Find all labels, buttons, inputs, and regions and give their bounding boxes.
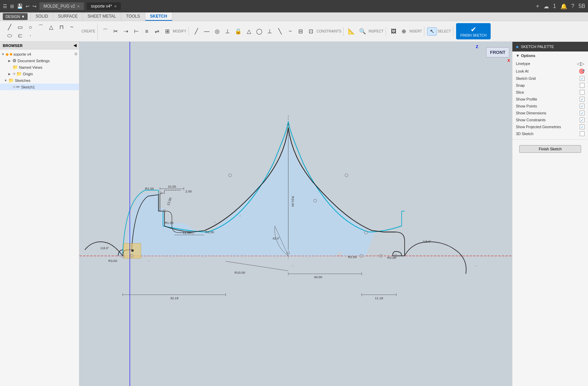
finish-sketch-btn[interactable]: ✔ FINISH SKETCH <box>456 23 491 39</box>
smooth-tool[interactable]: ~ <box>286 28 295 35</box>
poly-tool[interactable]: ⊓ <box>57 23 66 31</box>
snap-checkbox[interactable] <box>580 83 585 88</box>
finish-sketch-palette-btn[interactable]: Finish Sketch <box>519 145 581 153</box>
redo-icon[interactable]: ↪ <box>32 3 37 9</box>
browser-toggle[interactable]: ◀ <box>74 43 76 48</box>
break-tool[interactable]: ⊢ <box>132 28 141 35</box>
notification-btn[interactable]: 🔔 <box>560 3 567 10</box>
cloud-btn[interactable]: ☁ <box>543 3 549 10</box>
options-title[interactable]: ▼ Options <box>516 54 585 58</box>
ellipse-tool[interactable]: ⬭ <box>5 32 15 39</box>
canvas[interactable]: Z FRONT X <box>79 42 512 386</box>
tree-item-soporte[interactable]: ▼ ◆ ■ soporte v4 ⚙ <box>0 51 79 57</box>
lookat-label: Look At <box>516 69 579 73</box>
grid-icon[interactable]: ⊞ <box>10 3 14 9</box>
parallel-tool[interactable]: ◯ <box>254 28 264 35</box>
showconstraints-checkbox[interactable]: ✓ <box>580 117 585 122</box>
cp-arch1 <box>229 174 232 177</box>
midpoint-tool[interactable]: ⊥ <box>223 28 232 35</box>
select-label: SELECT <box>437 29 451 33</box>
inner-detail-1 <box>160 190 181 193</box>
user-btn[interactable]: 5B <box>578 3 585 9</box>
pattern-tool[interactable]: ⊞ <box>163 28 172 35</box>
tab-sheet-metal[interactable]: SHEET METAL <box>83 12 121 21</box>
linetype-icon[interactable]: ◁ <box>577 61 581 66</box>
view-cube[interactable]: FRONT <box>486 47 509 57</box>
line-tool[interactable]: ╱ <box>5 23 15 31</box>
tab-soporte[interactable]: soporte v4* ✕ <box>87 2 121 10</box>
linetype-icon2[interactable]: ▷ <box>581 61 585 66</box>
sketchgrid-row: Sketch Grid ✓ <box>516 75 585 82</box>
constraint-3: — <box>291 264 294 267</box>
rect-tool[interactable]: ▭ <box>15 23 25 31</box>
coincident-tool[interactable]: ╱ <box>192 28 201 35</box>
trim-tool[interactable]: ✂ <box>111 28 121 35</box>
showpoints-checkbox[interactable]: ✓ <box>580 104 585 109</box>
sketch-palette: ● SKETCH PALETTE ▼ Options Linetype ◁ ▷ … <box>512 42 588 386</box>
tab-solid[interactable]: SOLID <box>31 12 53 21</box>
inspect-tool[interactable]: 🔍 <box>357 28 368 35</box>
sketch1-vis-icon[interactable]: 👁 <box>12 85 16 89</box>
3dsketch-checkbox[interactable] <box>580 131 585 136</box>
tab-molde-close[interactable]: ✕ <box>77 4 80 8</box>
tree-item-origin[interactable]: ▶ 👁 📁 Origin <box>0 70 79 77</box>
tree-item-namedviews[interactable]: ▶ 📁 Named Views <box>0 64 79 70</box>
arc-tool[interactable]: ⌒ <box>36 23 46 31</box>
offset-tool[interactable]: ≡ <box>142 28 152 35</box>
save-icon[interactable]: 💾 <box>17 3 23 9</box>
docsettings-icon: ⚙ <box>12 58 17 63</box>
showprojected-checkbox[interactable]: ✓ <box>580 124 585 129</box>
spline-tool[interactable]: ~ <box>67 23 77 31</box>
select-group: ↖ SELECT <box>425 27 453 36</box>
modify-group: ⌒ ✂ ⇢ ⊢ ≡ ⇌ ⊞ MODIFY <box>98 27 189 36</box>
tab-tools[interactable]: TOOLS <box>121 12 145 21</box>
fillet-tool[interactable]: ⌒ <box>100 28 110 35</box>
namedviews-label: Named Views <box>19 65 78 69</box>
mirror-tool[interactable]: ⇌ <box>152 28 162 35</box>
tab-surface[interactable]: SURFACE <box>53 12 83 21</box>
measure-tool[interactable]: 📐 <box>346 28 357 35</box>
fix-tool[interactable]: 🔒 <box>233 28 243 35</box>
circle-tool[interactable]: ○ <box>26 23 35 31</box>
tree-item-sketches[interactable]: ▼ 📁 Sketches <box>0 77 79 84</box>
showdimensions-checkbox[interactable]: ✓ <box>580 111 585 115</box>
sketchgrid-checkbox[interactable]: ✓ <box>580 76 585 81</box>
arrow-docsettings: ▶ <box>8 59 12 63</box>
insert-tool2[interactable]: ⊕ <box>399 28 409 35</box>
select-tool[interactable]: ↖ <box>427 27 437 36</box>
origin-vis-icon[interactable]: 👁 <box>12 72 16 76</box>
perp-tool[interactable]: ⊥ <box>265 28 274 35</box>
undo-icon[interactable]: ↩ <box>26 3 30 9</box>
slice-checkbox[interactable] <box>580 90 585 95</box>
tab-soporte-close[interactable]: ✕ <box>114 4 117 8</box>
tab-molde[interactable]: MOLDE_PUG v2 ✕ <box>39 2 84 10</box>
linetype-row: Linetype ◁ ▷ <box>516 60 585 67</box>
main-area: BROWSER ◀ ▼ ◆ ■ soporte v4 ⚙ ▶ ⚙ Documen… <box>0 42 588 386</box>
showprofile-checkbox[interactable]: ✓ <box>580 97 585 102</box>
design-btn[interactable]: DESIGN ▼ <box>3 13 28 20</box>
horiz-tool[interactable]: ⊡ <box>306 28 316 35</box>
help-btn[interactable]: ? <box>571 3 575 9</box>
tree-item-docsettings[interactable]: ▶ ⚙ Document Settings <box>0 57 79 64</box>
insert-img-tool[interactable]: 🖼 <box>389 28 398 35</box>
sym-tool[interactable]: ⊟ <box>296 28 306 35</box>
add-tab-btn[interactable]: + <box>536 3 539 9</box>
menu-icon[interactable]: ☰ <box>3 3 7 9</box>
lookat-icon[interactable]: 🎯 <box>579 68 585 74</box>
right-sweep-arc <box>405 242 466 274</box>
equal-tool[interactable]: △ <box>244 28 254 35</box>
point-tool[interactable]: · <box>26 32 35 39</box>
extend-tool[interactable]: ⇢ <box>121 28 131 35</box>
tab-sketch[interactable]: SKETCH <box>145 12 172 21</box>
dim-10-text: 10.00 <box>168 185 176 188</box>
create-group: ╱ ▭ ○ ⌒ △ ⊓ ~ ⬭ ⊏ · CREATE <box>3 23 98 40</box>
tree-item-sketch1[interactable]: 👁 ✏ Sketch1 <box>0 84 79 90</box>
r2-br2-text: R2.00 <box>348 255 357 259</box>
tangent-tool[interactable]: ╲ <box>275 28 285 35</box>
triangle-tool[interactable]: △ <box>46 23 56 31</box>
slot-tool[interactable]: ⊏ <box>15 32 25 39</box>
collinear-tool[interactable]: — <box>202 28 212 35</box>
toolbar-tabs: DESIGN ▼ SOLID SURFACE SHEET METAL TOOLS… <box>0 12 588 21</box>
concentric-tool[interactable]: ◎ <box>212 28 222 35</box>
soporte-settings-icon[interactable]: ⚙ <box>74 52 78 56</box>
